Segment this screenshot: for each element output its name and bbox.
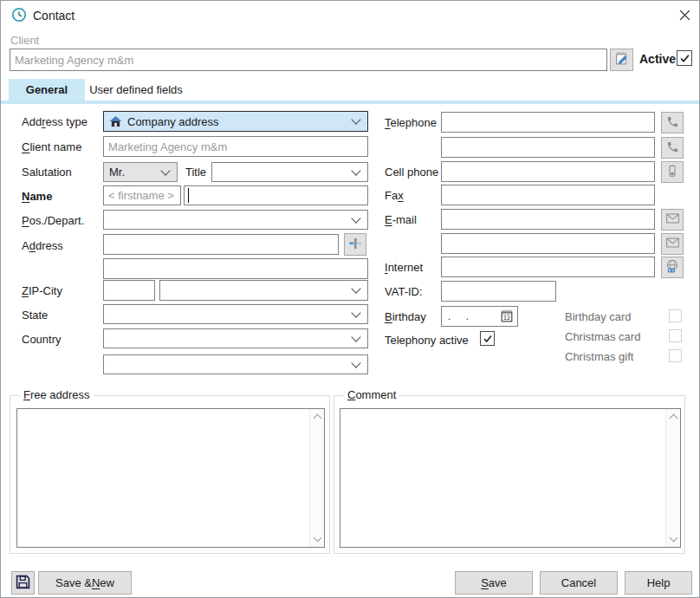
svg-text:12: 12 <box>503 315 510 322</box>
contact-dialog: Contact Client Active General User defin… <box>0 0 700 598</box>
state-select[interactable] <box>103 304 368 324</box>
address-type-label: Address type <box>22 115 88 128</box>
tab-user-defined-fields[interactable]: User defined fields <box>85 79 187 101</box>
calendar-icon[interactable]: 12 <box>500 309 514 323</box>
state-label: State <box>22 309 48 322</box>
comment-scrollbar[interactable] <box>665 409 680 547</box>
fax-label: Fax <box>385 189 404 202</box>
christmas-card-checkbox <box>669 329 682 342</box>
help-button[interactable]: Help <box>625 571 692 595</box>
tab-strip-underline <box>1 101 700 104</box>
active-label: Active <box>639 52 676 66</box>
zip-city-label: ZIP-City <box>22 284 62 297</box>
phone-icon <box>666 140 679 156</box>
internet-label: Internet <box>385 261 423 274</box>
open-website-button[interactable] <box>661 257 684 278</box>
email-input-2[interactable] <box>441 233 655 254</box>
active-checkbox[interactable] <box>677 50 692 66</box>
chevron-down-icon <box>351 358 360 367</box>
birthday-card-label: Birthday card <box>565 310 632 323</box>
client-edit-button[interactable] <box>610 49 633 71</box>
country-select[interactable] <box>103 328 368 348</box>
birthday-label: Birthday <box>385 310 426 323</box>
cell-dial-button[interactable] <box>661 161 684 183</box>
client-name-input[interactable] <box>103 136 368 157</box>
cell-phone-label: Cell phone <box>385 166 438 179</box>
free-address-textarea[interactable] <box>17 409 309 547</box>
title-label: Title <box>185 166 206 179</box>
address-insert-button[interactable] <box>344 233 366 256</box>
comment-textarea[interactable] <box>340 409 665 547</box>
save-button[interactable]: Save <box>455 571 533 595</box>
globe-link-icon <box>665 259 679 276</box>
dial-button-2[interactable] <box>661 137 684 159</box>
chevron-down-icon <box>351 213 360 223</box>
tab-general[interactable]: General <box>9 79 85 101</box>
chevron-down-icon <box>351 283 360 293</box>
envelope-icon <box>666 237 679 250</box>
telephony-active-label: Telephony active <box>385 334 469 347</box>
scroll-down-icon[interactable] <box>314 534 322 543</box>
chevron-down-icon <box>351 308 360 317</box>
zip-input[interactable] <box>103 280 155 301</box>
vat-id-input[interactable] <box>441 281 556 302</box>
christmas-gift-checkbox <box>669 349 682 362</box>
chevron-down-icon <box>351 166 360 175</box>
email-input-1[interactable] <box>441 209 655 230</box>
email-label: E-mail <box>385 213 417 226</box>
save-icon-button[interactable] <box>11 571 35 595</box>
address-type-select[interactable]: Company address <box>103 111 368 132</box>
dial-button-1[interactable] <box>661 112 684 133</box>
pos-depart-label: Pos./Depart. <box>22 214 84 227</box>
address-line2-input[interactable] <box>103 258 368 279</box>
house-icon <box>109 115 122 127</box>
birthday-input[interactable]: . . 12 <box>441 306 518 327</box>
address-line1-input[interactable] <box>103 234 339 255</box>
chevron-down-icon <box>351 332 360 341</box>
lastname-input[interactable] <box>184 185 368 205</box>
free-address-group: Free address <box>10 395 330 554</box>
salutation-select[interactable]: Mr. <box>103 162 178 182</box>
name-label: Name <box>22 190 52 203</box>
fax-input[interactable] <box>441 185 655 205</box>
send-email-button-1[interactable] <box>661 209 684 231</box>
comment-group: Comment <box>334 395 685 554</box>
internet-input[interactable] <box>441 257 655 277</box>
clock-icon <box>11 7 27 25</box>
telephone-label: Telephone <box>385 116 437 129</box>
chevron-down-icon <box>351 114 360 124</box>
telephone-input-1[interactable] <box>441 112 655 133</box>
close-icon[interactable] <box>678 9 691 24</box>
city-select[interactable] <box>159 280 368 301</box>
cancel-button[interactable]: Cancel <box>540 571 618 595</box>
country-extra-select[interactable] <box>103 354 368 374</box>
window-title: Contact <box>33 9 75 23</box>
chevron-down-icon <box>160 166 170 175</box>
christmas-card-label: Christmas card <box>565 330 640 343</box>
scroll-up-icon[interactable] <box>670 414 678 423</box>
scroll-down-icon[interactable] <box>670 534 678 543</box>
address-type-value: Company address <box>127 115 219 128</box>
text-caret <box>188 188 189 203</box>
christmas-gift-label: Christmas gift <box>565 350 633 363</box>
address-label: Address <box>22 239 63 252</box>
scroll-up-icon[interactable] <box>314 414 322 423</box>
cell-phone-input[interactable] <box>441 161 655 182</box>
free-address-scrollbar[interactable] <box>309 409 324 547</box>
insert-address-icon <box>348 237 362 253</box>
free-address-label: Free address <box>20 388 94 401</box>
telephone-input-2[interactable] <box>441 137 655 158</box>
save-and-new-button[interactable]: Save & New <box>38 571 132 595</box>
send-email-button-2[interactable] <box>661 233 684 255</box>
mobile-phone-icon <box>666 165 678 180</box>
telephony-active-checkbox[interactable] <box>480 331 495 346</box>
phone-icon <box>666 115 679 131</box>
country-label: Country <box>22 333 62 346</box>
client-input[interactable] <box>10 49 607 71</box>
firstname-input[interactable] <box>103 185 181 205</box>
salutation-value: Mr. <box>109 166 125 179</box>
title-select[interactable] <box>211 162 368 182</box>
floppy-disk-icon <box>16 575 30 592</box>
pos-depart-select[interactable] <box>103 210 368 230</box>
birthday-card-checkbox <box>669 309 682 322</box>
